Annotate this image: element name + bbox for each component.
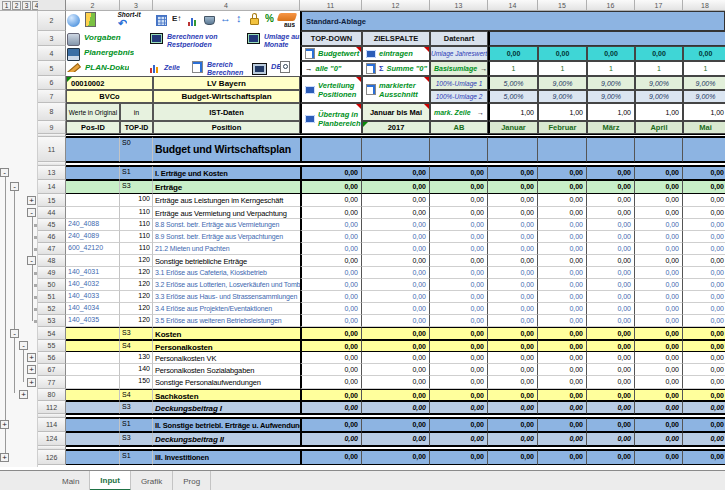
umlage2-cell[interactable]: 100%-Umlage 2 xyxy=(430,90,488,103)
value-cell[interactable]: 0,00 xyxy=(488,279,538,291)
outline-collapse-row-55[interactable]: - xyxy=(19,341,28,350)
plan-id-cell[interactable]: 00010002 xyxy=(66,76,153,90)
top-id-cell[interactable]: 120 xyxy=(120,279,153,291)
row-header-45[interactable]: 45 xyxy=(38,219,66,231)
value-cell[interactable]: 0,00 xyxy=(488,231,538,243)
value-cell[interactable]: 0,00 xyxy=(430,418,488,432)
value-cell[interactable] xyxy=(488,137,538,162)
eintragen-button[interactable]: eintragen xyxy=(362,46,430,61)
value-cell[interactable]: 0,00 xyxy=(635,231,683,243)
value-cell[interactable]: 0,00 xyxy=(300,243,362,255)
top-id-cell[interactable]: 150 xyxy=(120,376,153,389)
value-cell[interactable]: 0,00 xyxy=(430,267,488,279)
row-header-14[interactable]: 14 xyxy=(38,180,66,194)
value-cell[interactable]: 0,00 xyxy=(587,340,635,352)
value-cell[interactable]: 0,00 xyxy=(587,279,635,291)
value-cell[interactable]: 0,00 xyxy=(362,364,430,376)
basisumlage-value[interactable]: 1 xyxy=(587,61,635,76)
value-cell[interactable]: 0,00 xyxy=(587,315,635,327)
pos-id-cell[interactable] xyxy=(66,389,120,401)
pos-id-cell[interactable] xyxy=(66,137,120,162)
pos-id-cell[interactable]: 240_4088 xyxy=(66,219,120,231)
value-cell[interactable]: 0,00 xyxy=(430,376,488,389)
value-cell[interactable]: 0,00 xyxy=(635,219,683,231)
value-cell[interactable]: 0,00 xyxy=(538,255,587,267)
outline-collapse-row-44[interactable]: - xyxy=(27,208,36,217)
value-cell[interactable]: 0,00 xyxy=(362,291,430,303)
umlage2-value[interactable]: 5,00% xyxy=(488,90,538,103)
value-cell[interactable]: 0,00 xyxy=(538,389,587,401)
value-cell[interactable]: 0,00 xyxy=(488,207,538,219)
value-cell[interactable]: 0,00 xyxy=(362,389,430,401)
section-level-cell[interactable]: S1 xyxy=(120,450,153,465)
value-cell[interactable]: 0,00 xyxy=(430,166,488,180)
markierter-button[interactable]: markierter Ausschnitt xyxy=(362,76,430,103)
value-cell[interactable]: 0,00 xyxy=(300,255,362,267)
pos-id-cell[interactable]: 140_4032 xyxy=(66,279,120,291)
top-id-cell[interactable]: 100 xyxy=(120,194,153,207)
chart-icon[interactable] xyxy=(188,16,199,26)
outline-level-button-1[interactable]: 1 xyxy=(2,1,11,10)
umlage2-value[interactable]: 9,00% xyxy=(635,90,683,103)
value-cell[interactable]: 0,00 xyxy=(362,303,430,315)
umlage1-cell[interactable]: 100%-Umlage 1 xyxy=(430,76,488,90)
uebertrag-button[interactable]: Übertrag in Planbereich xyxy=(300,103,362,134)
umlage1-value[interactable]: 5,00% xyxy=(488,76,538,90)
value-cell[interactable]: 0,00 xyxy=(300,364,362,376)
value-cell[interactable]: 0,00 xyxy=(538,327,587,340)
position-title-cell[interactable]: Personalkosten xyxy=(153,340,300,352)
corner-cell[interactable] xyxy=(38,0,66,11)
value-cell[interactable]: 0,00 xyxy=(635,352,683,364)
value-cell[interactable]: 0,00 xyxy=(300,219,362,231)
umlage2-value[interactable]: 9,00% xyxy=(587,90,635,103)
row-header-126[interactable]: 126 xyxy=(38,450,66,465)
value-cell[interactable]: 0,00 xyxy=(488,376,538,389)
pos-id-cell[interactable] xyxy=(66,166,120,180)
top-id-cell[interactable]: 110 xyxy=(120,207,153,219)
berechnen-restperioden-button[interactable]: Berechnen von Restperioden xyxy=(150,33,250,48)
value-cell[interactable]: 0,00 xyxy=(430,231,488,243)
value-cell[interactable]: 0,00 xyxy=(362,243,430,255)
outline-expand-row-56[interactable]: + xyxy=(27,353,36,362)
value-cell[interactable]: 0,00 xyxy=(362,255,430,267)
value-cell[interactable]: 0,00 xyxy=(362,207,430,219)
basisumlage-value[interactable]: 1 xyxy=(538,61,587,76)
outline-expand-row-80[interactable]: + xyxy=(19,390,28,399)
row-header-52[interactable]: 52 xyxy=(38,303,66,315)
top-id-cell[interactable]: 110 xyxy=(120,219,153,231)
position-title-cell[interactable]: Deckungsbeitrag II xyxy=(153,432,300,446)
mark-zeile-value[interactable]: 1,00 xyxy=(635,103,683,121)
value-cell[interactable]: 0,00 xyxy=(587,450,635,465)
summe-button[interactable]: Σ Summe "0" xyxy=(362,61,430,76)
value-cell[interactable]: 0,00 xyxy=(683,219,725,231)
section-level-cell[interactable]: S3 xyxy=(120,432,153,446)
value-cell[interactable]: 0,00 xyxy=(683,279,725,291)
value-cell[interactable]: 0,00 xyxy=(587,180,635,194)
row-header-3[interactable]: 3 xyxy=(38,31,66,46)
value-cell[interactable]: 0,00 xyxy=(635,315,683,327)
pos-id-cell[interactable] xyxy=(66,194,120,207)
value-cell[interactable] xyxy=(538,137,587,162)
position-title-cell[interactable]: 3.2 Erlöse aus Lotterien, Losverkäufen u… xyxy=(153,279,300,291)
db-button[interactable]: DB xyxy=(252,63,282,75)
top-id-cell[interactable]: 120 xyxy=(120,255,153,267)
value-cell[interactable]: 0,00 xyxy=(362,352,430,364)
value-cell[interactable]: 0,00 xyxy=(683,418,725,432)
value-cell[interactable]: 0,00 xyxy=(683,364,725,376)
value-cell[interactable]: 0,00 xyxy=(683,255,725,267)
umlage-jahreswert-cell[interactable]: Umlage Jahreswert xyxy=(430,46,488,61)
pos-id-cell[interactable] xyxy=(66,364,120,376)
value-cell[interactable] xyxy=(300,137,362,162)
value-cell[interactable]: 0,00 xyxy=(635,243,683,255)
value-cell[interactable]: 0,00 xyxy=(362,340,430,352)
value-cell[interactable]: 0,00 xyxy=(587,207,635,219)
value-cell[interactable]: 0,00 xyxy=(430,243,488,255)
value-cell[interactable]: 0,00 xyxy=(683,432,725,446)
row-header-9[interactable]: 9 xyxy=(38,121,66,134)
org-cell[interactable]: LV Bayern xyxy=(153,76,300,90)
row-header-6[interactable]: 6 xyxy=(38,76,66,90)
row-header-51[interactable]: 51 xyxy=(38,291,66,303)
value-cell[interactable]: 0,00 xyxy=(635,166,683,180)
pos-id-cell[interactable] xyxy=(66,352,120,364)
pos-id-cell[interactable] xyxy=(66,450,120,465)
